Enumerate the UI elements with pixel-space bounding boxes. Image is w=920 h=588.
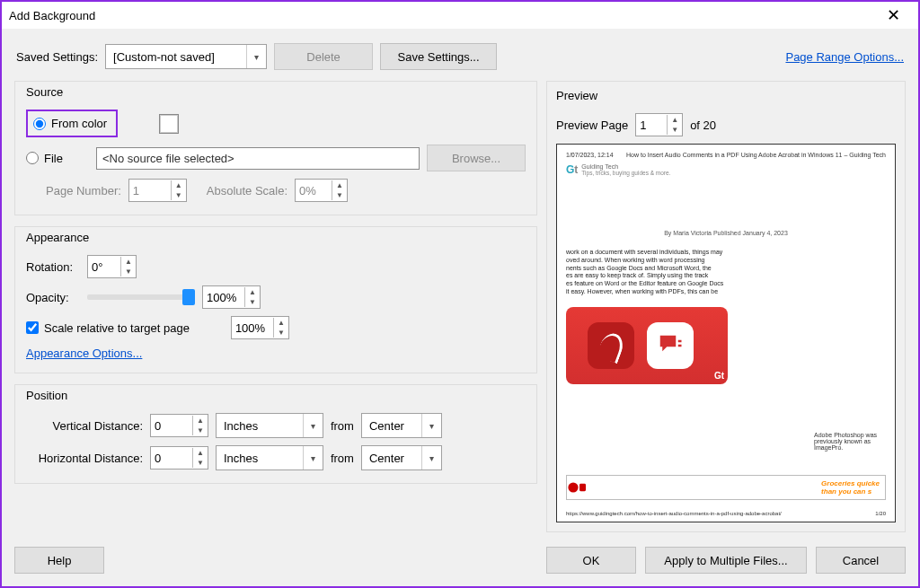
chevron-up-icon[interactable]: ▲ — [668, 115, 682, 125]
chevron-down-icon: ▾ — [421, 414, 441, 437]
appearance-group: Appearance Rotation: ▲▼ Opacity: — [14, 226, 537, 373]
page-range-options-link[interactable]: Page Range Options... — [785, 50, 904, 64]
hero-graphic: Gt — [566, 307, 728, 384]
preview-page-total: of 20 — [690, 118, 716, 132]
chevron-down-icon: ▾ — [421, 446, 441, 470]
titlebar: Add Background ✕ — [2, 2, 918, 29]
file-path-box: <No source file selected> — [96, 147, 420, 170]
scale-relative-spinner[interactable]: ▲▼ — [231, 316, 289, 339]
scale-relative-label: Scale relative to target page — [44, 321, 190, 335]
chevron-up-icon[interactable]: ▲ — [193, 416, 208, 426]
chevron-up-icon[interactable]: ▲ — [245, 287, 260, 297]
chevron-up-icon[interactable]: ▲ — [172, 180, 186, 190]
horizontal-unit-select[interactable]: Inches ▾ — [216, 445, 323, 470]
from-label: from — [331, 419, 354, 433]
chevron-down-icon[interactable]: ▼ — [274, 328, 288, 338]
source-group: Source From color — [14, 81, 537, 215]
rotation-value[interactable] — [88, 259, 120, 276]
opacity-slider[interactable] — [87, 294, 195, 300]
cancel-button[interactable]: Cancel — [816, 547, 906, 574]
chevron-up-icon[interactable]: ▲ — [193, 448, 208, 458]
window-title: Add Background — [9, 9, 875, 22]
vertical-distance-value[interactable] — [151, 417, 192, 434]
svg-point-0 — [568, 482, 578, 492]
scale-relative-value[interactable] — [232, 320, 273, 337]
source-group-label: Source — [26, 85, 526, 99]
appearance-options-link[interactable]: Appearance Options... — [26, 347, 142, 360]
chevron-down-icon[interactable]: ▼ — [332, 190, 347, 200]
saved-settings-select[interactable]: [Custom-not saved] ▾ — [105, 44, 267, 69]
horizontal-from-select[interactable]: Center ▾ — [361, 445, 442, 470]
chevron-down-icon[interactable]: ▼ — [245, 297, 260, 307]
absolute-scale-label: Absolute Scale: — [207, 184, 288, 197]
position-group-label: Position — [26, 389, 526, 402]
rotation-spinner[interactable]: ▲▼ — [87, 255, 137, 278]
horizontal-distance-value[interactable] — [151, 450, 192, 467]
help-button[interactable]: Help — [14, 547, 104, 574]
page-number-value[interactable] — [129, 182, 171, 199]
footer: Help OK Apply to Multiple Files... Cance… — [14, 540, 906, 574]
page-number-label: Page Number: — [46, 184, 121, 197]
preview-thumbnail: 1/07/2023, 12:14 How to Insert Audio Com… — [556, 144, 896, 522]
close-icon[interactable]: ✕ — [875, 2, 911, 29]
audio-comment-icon — [647, 322, 694, 369]
opacity-label: Opacity: — [26, 291, 80, 304]
preview-page-label: Preview Page — [556, 118, 628, 132]
chevron-down-icon[interactable]: ▼ — [172, 190, 186, 200]
chevron-down-icon[interactable]: ▼ — [121, 267, 136, 276]
preview-group-label: Preview — [556, 89, 896, 102]
color-swatch[interactable] — [159, 114, 179, 134]
saved-settings-value: [Custom-not saved] — [113, 50, 215, 64]
from-label: from — [331, 452, 354, 465]
appearance-group-label: Appearance — [26, 231, 526, 244]
chevron-up-icon[interactable]: ▲ — [274, 318, 288, 328]
vertical-distance-label: Vertical Distance: — [26, 419, 143, 433]
add-background-dialog: Add Background ✕ Saved Settings: [Custom… — [0, 0, 920, 588]
saved-settings-row: Saved Settings: [Custom-not saved] ▾ Del… — [14, 38, 906, 74]
chevron-up-icon[interactable]: ▲ — [121, 257, 136, 267]
page-number-spinner[interactable]: ▲▼ — [128, 179, 187, 202]
absolute-scale-value[interactable] — [296, 182, 332, 199]
acrobat-icon — [588, 322, 634, 369]
horizontal-distance-spinner[interactable]: ▲▼ — [150, 446, 208, 470]
preview-page-spinner[interactable]: ▲▼ — [635, 113, 683, 136]
rotation-label: Rotation: — [26, 260, 80, 274]
vertical-from-select[interactable]: Center ▾ — [361, 413, 442, 438]
horizontal-distance-label: Horizontal Distance: — [26, 452, 143, 465]
vertical-unit-select[interactable]: Inches ▾ — [216, 413, 323, 438]
chevron-up-icon[interactable]: ▲ — [332, 180, 347, 190]
chevron-down-icon: ▾ — [303, 414, 323, 437]
preview-page-value[interactable] — [636, 117, 667, 134]
chevron-down-icon[interactable]: ▼ — [193, 426, 208, 435]
content: Saved Settings: [Custom-not saved] ▾ Del… — [2, 29, 918, 586]
browse-button[interactable]: Browse... — [427, 145, 526, 171]
ad-banner: Groceries quicke than you can s — [566, 475, 886, 500]
position-group: Position Vertical Distance: ▲▼ Inches ▾ … — [14, 384, 537, 484]
file-radio-label: File — [44, 152, 63, 165]
saved-settings-label: Saved Settings: — [16, 50, 98, 64]
chevron-down-icon: ▾ — [303, 446, 323, 470]
from-color-highlight: From color — [26, 110, 118, 137]
preview-group: Preview Preview Page ▲▼ of 20 1/07/2023,… — [546, 81, 906, 532]
absolute-scale-spinner[interactable]: ▲▼ — [295, 179, 348, 202]
file-radio[interactable]: File — [26, 152, 89, 165]
scale-relative-checkbox[interactable]: Scale relative to target page — [26, 321, 190, 335]
from-color-label: From color — [51, 117, 107, 130]
chevron-down-icon[interactable]: ▼ — [668, 125, 682, 135]
from-color-radio[interactable]: From color — [33, 117, 107, 130]
vertical-distance-spinner[interactable]: ▲▼ — [150, 414, 208, 437]
svg-rect-1 — [579, 484, 586, 491]
chevron-down-icon: ▾ — [246, 45, 266, 68]
opacity-spinner[interactable]: ▲▼ — [202, 285, 261, 309]
chevron-down-icon[interactable]: ▼ — [193, 458, 208, 468]
apply-multiple-button[interactable]: Apply to Multiple Files... — [645, 547, 807, 574]
delete-button[interactable]: Delete — [274, 43, 373, 70]
save-settings-button[interactable]: Save Settings... — [380, 43, 497, 70]
ok-button[interactable]: OK — [546, 547, 636, 574]
opacity-value[interactable] — [203, 289, 244, 306]
